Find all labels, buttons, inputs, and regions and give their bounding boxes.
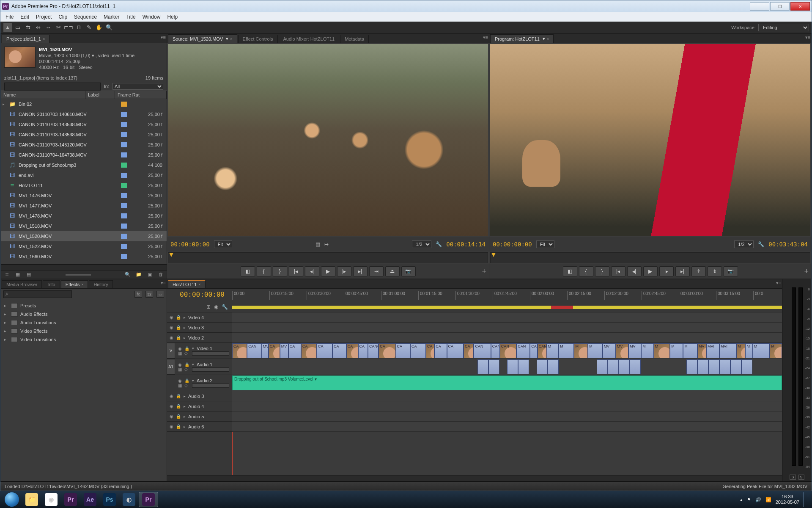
audio-clip[interactable] — [477, 359, 488, 374]
new-item-icon[interactable]: ▣ — [146, 272, 153, 278]
pen-tool[interactable]: ✎ — [84, 23, 93, 32]
video-clip[interactable]: M — [770, 343, 782, 358]
menu-help[interactable]: Help — [164, 13, 181, 21]
menu-file[interactable]: File — [2, 13, 17, 21]
hand-tool[interactable]: ✋ — [94, 23, 104, 32]
audio-clip[interactable] — [686, 359, 697, 374]
settings-icon[interactable]: 🔧 — [222, 304, 228, 310]
fx-badge-1[interactable]: fx — [134, 291, 142, 298]
program-scrub[interactable] — [490, 252, 810, 263]
effects-tab[interactable]: Effects × — [61, 280, 88, 288]
program-tab[interactable]: Program: HotZLOT11 ▾ × — [490, 34, 554, 43]
effects-folder[interactable]: ▸Video Effects — [1, 327, 167, 335]
video-clip[interactable]: MV — [628, 343, 641, 358]
task-chrome[interactable]: ◉ — [41, 492, 61, 507]
project-search[interactable] — [4, 83, 101, 91]
out-icon[interactable]: ↦ — [324, 241, 329, 247]
slip-tool[interactable]: ⊏⊐ — [64, 23, 73, 32]
menu-clip[interactable]: Clip — [55, 13, 71, 21]
project-item[interactable]: 🎞 MVI_1478.MOV 25,00 f — [1, 211, 167, 221]
source-scrub[interactable] — [168, 252, 488, 263]
start-button[interactable] — [2, 492, 22, 507]
track-lane[interactable] — [232, 323, 782, 333]
track-lane[interactable] — [232, 359, 782, 375]
video-clip[interactable]: CA — [346, 343, 358, 358]
playhead-icon[interactable] — [491, 253, 496, 257]
track-header[interactable]: ◉🔒▸Video 4 — [167, 312, 232, 323]
program-zoom[interactable]: 1/2 — [734, 240, 754, 248]
project-item[interactable]: ≣ HotZLOT11 25,00 f — [1, 180, 167, 190]
project-list[interactable]: ▸ 📁 Bin 02 🎞 CANON-20110703-140610.MOV 2… — [1, 99, 167, 264]
project-item[interactable]: 🎞 MVI_1477.MOV 25,00 f — [1, 201, 167, 211]
solo-left[interactable]: S — [790, 475, 796, 480]
close-icon[interactable]: × — [43, 37, 45, 41]
project-item[interactable]: ▸ 📁 Bin 02 — [1, 99, 167, 109]
effects-search[interactable] — [3, 290, 72, 298]
program-viewport[interactable] — [490, 44, 810, 236]
safe-margins-icon[interactable]: ▤ — [315, 241, 320, 247]
source-viewport[interactable] — [168, 44, 488, 236]
media-browser-tab[interactable]: Media Browser — [2, 280, 42, 288]
zoom-tool[interactable]: 🔍 — [104, 23, 114, 32]
program-tc-out[interactable]: 00:03:43:04 — [768, 241, 808, 248]
mark-clip-button[interactable]: } — [595, 266, 609, 276]
overwrite-button[interactable]: ⏏ — [385, 266, 400, 276]
solo-right[interactable]: S — [798, 475, 804, 480]
selection-tool[interactable]: ▲ — [3, 23, 12, 32]
video-clip[interactable]: CAN — [247, 343, 261, 358]
track-header[interactable]: ◉🔒▸Video 2 — [167, 333, 232, 343]
timeline-tc[interactable]: 00:00:00:00 — [167, 289, 232, 301]
project-item[interactable]: 🎞 end.avi 25,00 f — [1, 170, 167, 180]
system-tray[interactable]: ▴ ⚑ 🔊 📶 16:332012-05-07 — [740, 492, 810, 507]
project-item[interactable]: 🎞 CANON-20110703-143538.MOV 25,00 f — [1, 119, 167, 130]
mark-out-button[interactable]: { — [579, 266, 593, 276]
video-clip[interactable]: MV — [603, 343, 616, 358]
audio-clip[interactable] — [507, 359, 518, 374]
go-out-button[interactable]: ▸| — [353, 266, 368, 276]
video-clip[interactable]: M — [683, 343, 697, 358]
project-columns[interactable]: Name Label Frame Rat — [1, 91, 167, 99]
mark-in-button[interactable]: ◧ — [563, 266, 577, 276]
video-clip[interactable]: CANON-20 — [538, 343, 547, 358]
video-clip[interactable]: M — [753, 343, 770, 358]
video-clip[interactable]: CAN — [474, 343, 491, 358]
project-item[interactable]: 🎞 MVI_1660.MOV 25,00 f — [1, 251, 167, 262]
scrollbar-h[interactable] — [1, 264, 167, 270]
video-clip[interactable]: CA — [288, 343, 301, 358]
track-header[interactable]: ◉🔒▸Audio 6 — [167, 422, 232, 432]
track-select-tool[interactable]: ▭ — [13, 23, 22, 32]
program-fit[interactable]: Fit — [536, 240, 554, 248]
track-header[interactable]: ◉🔒▸Audio 5 — [167, 411, 232, 422]
mark-out-button[interactable]: { — [257, 266, 271, 276]
task-photoshop[interactable]: Ps — [100, 492, 119, 507]
video-clip[interactable]: CA — [410, 343, 426, 358]
menu-title[interactable]: Title — [123, 13, 139, 21]
audio-clip[interactable] — [537, 359, 548, 374]
audio-clip[interactable] — [630, 359, 641, 374]
effects-folder[interactable]: ▸Presets — [1, 301, 167, 310]
video-clip[interactable]: M — [574, 343, 588, 358]
video-clip[interactable]: CAN — [500, 343, 516, 358]
video-clip[interactable]: M — [736, 343, 745, 358]
rolling-tool[interactable]: ⇔ — [33, 23, 43, 32]
track-lane[interactable] — [232, 391, 782, 401]
track-lane[interactable] — [232, 333, 782, 343]
project-item[interactable]: 🎞 CANON-20110703-140610.MOV 25,00 f — [1, 109, 167, 119]
video-clip[interactable]: M — [641, 343, 653, 358]
export-frame-button[interactable]: 📷 — [724, 266, 738, 276]
track-header[interactable]: ◉🔒▾Audio 2▦◇ — [167, 375, 232, 391]
settings-icon[interactable]: 🔧 — [758, 241, 764, 247]
minimize-button[interactable]: — — [750, 2, 769, 11]
info-tab[interactable]: Info — [43, 280, 60, 288]
close-icon[interactable]: × — [81, 282, 83, 287]
tray-flag-icon[interactable]: ⚑ — [747, 497, 751, 502]
tray-up-icon[interactable]: ▴ — [740, 497, 743, 502]
video-clip[interactable]: CA — [301, 343, 317, 358]
close-icon[interactable]: × — [230, 37, 232, 41]
video-clip[interactable]: M — [654, 343, 670, 358]
snap-icon[interactable]: ⊞ — [206, 304, 211, 310]
settings-icon[interactable]: 🔧 — [436, 241, 442, 247]
source-tab[interactable]: Source: MVI_1520.MOV ▾ × — [168, 34, 237, 43]
show-desktop[interactable] — [804, 492, 808, 507]
add-button-icon[interactable]: + — [804, 267, 809, 276]
